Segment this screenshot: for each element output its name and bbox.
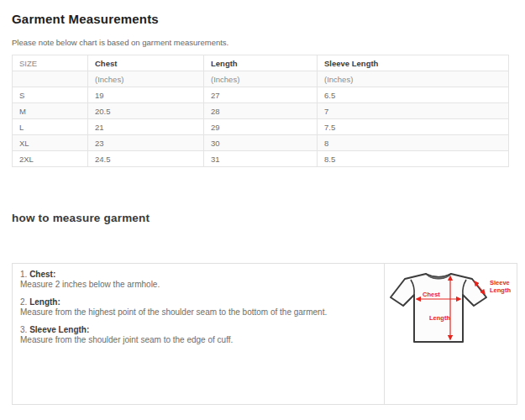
measurement-note: Please note below chart is based on garm…	[12, 38, 525, 47]
tshirt-measurement-icon: Chest Length Sleeve Length	[387, 268, 515, 354]
table-row: M 20.5 28 7	[13, 103, 509, 119]
length-cell: 30	[204, 135, 318, 151]
units-cell: (Inches)	[204, 71, 318, 87]
instruction-item: 2. Length: Measure from the highest poin…	[20, 297, 375, 318]
column-header-sleeve-length: Sleeve Length	[318, 55, 509, 71]
diagram-length-label: Length	[429, 314, 450, 322]
table-row: L 21 29 7.5	[13, 119, 509, 135]
instruction-title: 1. Chest:	[20, 270, 375, 280]
instruction-term: Chest:	[29, 270, 55, 279]
instruction-description: Measure 2 inches below the armhole.	[20, 280, 375, 290]
sleeve-cell: 6.5	[318, 87, 509, 103]
measure-instructions-panel: 1. Chest: Measure 2 inches below the arm…	[12, 263, 517, 405]
instruction-description: Measure from the shoulder joint seam to …	[20, 335, 375, 345]
sleeve-cell: 7.5	[318, 119, 509, 135]
header-row: SIZE Chest Length Sleeve Length	[13, 55, 509, 71]
column-header-size: SIZE	[13, 55, 88, 71]
instruction-number: 2.	[20, 297, 27, 307]
instruction-item: 1. Chest: Measure 2 inches below the arm…	[20, 270, 375, 290]
diagram-chest-label: Chest	[423, 291, 440, 298]
chest-cell: 20.5	[88, 103, 204, 119]
sleeve-cell: 8	[318, 135, 509, 151]
instruction-term: Length:	[29, 297, 60, 307]
instruction-title: 3. Sleeve Length:	[20, 325, 375, 335]
units-row: (Inches) (Inches) (Inches)	[13, 71, 509, 87]
units-cell	[13, 71, 88, 87]
table-row: 2XL 24.5 31 8.5	[13, 151, 509, 167]
instruction-description: Measure from the highest point of the sh…	[20, 307, 375, 318]
chest-cell: 23	[88, 135, 204, 151]
tshirt-outline	[391, 274, 486, 342]
sleeve-cell: 7	[318, 103, 509, 119]
units-cell: (Inches)	[318, 71, 509, 87]
garment-measurements-page: Garment Measurements Please note below c…	[0, 0, 525, 405]
size-cell: 2XL	[13, 151, 88, 167]
size-cell: S	[13, 87, 88, 103]
length-cell: 31	[204, 151, 318, 167]
garment-diagram: Chest Length Sleeve Length	[385, 264, 517, 404]
size-cell: L	[13, 119, 88, 135]
chest-cell: 21	[88, 119, 204, 135]
column-header-chest: Chest	[88, 55, 204, 71]
size-cell: M	[13, 103, 88, 119]
instruction-number: 1.	[20, 270, 27, 279]
chest-cell: 19	[88, 87, 204, 103]
size-chart-table: SIZE Chest Length Sleeve Length (Inches)…	[12, 55, 509, 167]
instruction-number: 3.	[20, 325, 27, 334]
how-to-measure-heading: how to measure garment	[12, 212, 525, 224]
size-cell: XL	[13, 135, 88, 151]
column-header-length: Length	[204, 55, 318, 71]
units-cell: (Inches)	[88, 71, 204, 87]
diagram-sleeve-label-line1: Sleeve	[490, 279, 510, 286]
table-row: S 19 27 6.5	[13, 87, 509, 103]
table-row: XL 23 30 8	[13, 135, 509, 151]
instruction-title: 2. Length:	[20, 297, 375, 307]
length-cell: 28	[204, 103, 318, 119]
chest-cell: 24.5	[88, 151, 204, 167]
diagram-sleeve-label-line2: Length	[490, 286, 511, 294]
instruction-item: 3. Sleeve Length: Measure from the shoul…	[20, 325, 375, 345]
sleeve-cell: 8.5	[318, 151, 509, 167]
instruction-term: Sleeve Length:	[29, 325, 89, 334]
length-cell: 29	[204, 119, 318, 135]
instruction-list: 1. Chest: Measure 2 inches below the arm…	[13, 264, 385, 404]
length-cell: 27	[204, 87, 318, 103]
page-title: Garment Measurements	[12, 12, 525, 26]
